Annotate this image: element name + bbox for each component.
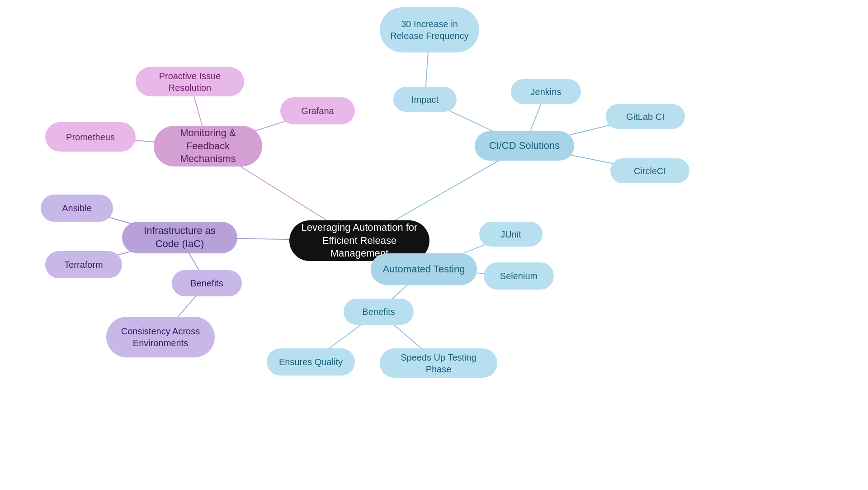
proactive-label: Proactive Issue Resolution <box>145 70 235 94</box>
auto-testing-node: Automated Testing <box>371 253 477 285</box>
monitoring-label: Monitoring & Feedback Mechanisms <box>163 127 253 166</box>
iac-benefits-label: Benefits <box>190 277 223 289</box>
iac-label: Infrastructure as Code (IaC) <box>131 224 228 250</box>
terraform-label: Terraform <box>64 259 103 271</box>
cicd-label: CI/CD Solutions <box>489 139 560 152</box>
cicd-node: CI/CD Solutions <box>475 131 574 161</box>
grafana-node: Grafana <box>280 97 355 124</box>
selenium-node: Selenium <box>484 262 554 290</box>
monitoring-node: Monitoring & Feedback Mechanisms <box>154 126 262 167</box>
prometheus-node: Prometheus <box>45 122 136 152</box>
proactive-node: Proactive Issue Resolution <box>136 67 244 96</box>
ensures-node: Ensures Quality <box>267 348 355 376</box>
junit-node: JUnit <box>479 222 542 247</box>
speeds-node: Speeds Up Testing Phase <box>380 348 497 378</box>
ansible-label: Ansible <box>62 202 92 214</box>
ansible-node: Ansible <box>41 195 113 222</box>
impact-node: Impact <box>393 87 457 112</box>
speeds-label: Speeds Up Testing Phase <box>389 352 488 375</box>
iac-node: Infrastructure as Code (IaC) <box>122 222 237 253</box>
at-benefits-label: Benefits <box>362 306 395 318</box>
jenkins-node: Jenkins <box>511 79 581 104</box>
impact-label: Impact <box>411 94 439 105</box>
prometheus-label: Prometheus <box>66 131 115 143</box>
gitlab-node: GitLab CI <box>606 104 685 129</box>
iac-benefits-node: Benefits <box>172 270 242 296</box>
selenium-label: Selenium <box>500 270 538 282</box>
jenkins-label: Jenkins <box>531 86 561 98</box>
circleci-label: CircleCI <box>634 165 666 177</box>
grafana-label: Grafana <box>301 105 334 117</box>
circleci-node: CircleCI <box>610 158 689 183</box>
auto-testing-label: Automated Testing <box>383 263 465 276</box>
gitlab-label: GitLab CI <box>626 111 664 123</box>
terraform-node: Terraform <box>45 251 122 278</box>
consistency-label: Consistency Across Environments <box>115 325 206 349</box>
at-benefits-node: Benefits <box>344 299 414 325</box>
ensures-label: Ensures Quality <box>279 356 343 368</box>
junit-label: JUnit <box>500 228 521 240</box>
increase-label: 30 Increase in Release Frequency <box>389 18 470 42</box>
consistency-node: Consistency Across Environments <box>106 317 215 357</box>
increase-node: 30 Increase in Release Frequency <box>380 7 479 52</box>
